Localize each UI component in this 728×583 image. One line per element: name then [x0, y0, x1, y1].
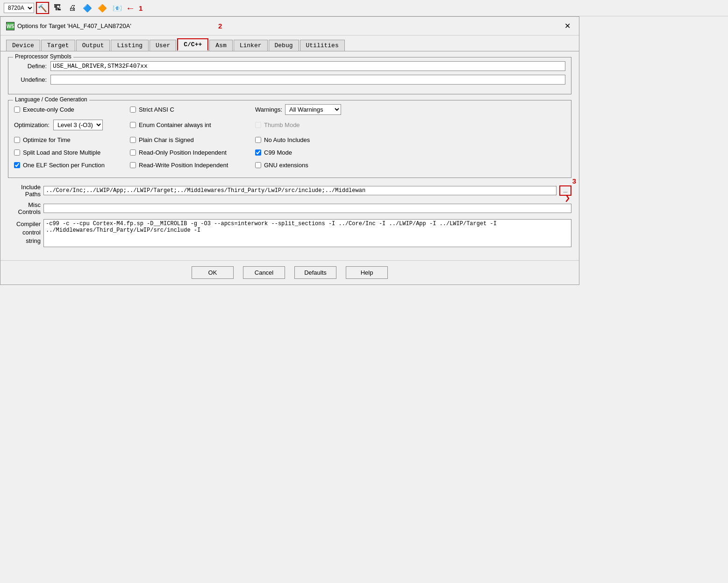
enum-container-row: Enum Container always int	[130, 120, 251, 130]
warnings-row: Warnings: All Warnings No Warnings	[255, 104, 341, 115]
misc-controls-input[interactable]	[43, 204, 571, 213]
dialog-buttons-row: OK Cancel Defaults Help	[0, 260, 579, 284]
execute-only-row: Execute-only Code	[14, 105, 126, 114]
undefine-input[interactable]	[50, 75, 565, 85]
tab-asm[interactable]: Asm	[209, 40, 232, 51]
c99-mode-checkbox[interactable]	[255, 149, 261, 156]
execute-only-label: Execute-only Code	[23, 106, 74, 113]
compiler-textarea[interactable]: -c99 -c --cpu Cortex-M4.fp.sp -D__MICROL…	[43, 219, 571, 247]
thumb-mode-label: Thumb Mode	[264, 121, 300, 128]
undefine-row: Undefine:	[14, 75, 565, 85]
toolbar: 8720A8720A 🔨 🏗 🖨 🔷 🔶 📧 ← 1	[0, 0, 728, 16]
dialog-title-area: W5 Options for Target 'HAL_F407_LAN8720A…	[6, 22, 222, 30]
c99-mode-label: C99 Mode	[264, 149, 292, 156]
arrow-annotation-1: ←	[126, 3, 135, 14]
include-paths-input[interactable]	[43, 186, 557, 195]
optimize-time-label: Optimize for Time	[23, 136, 71, 143]
read-only-label: Read-Only Position Independent	[139, 149, 227, 156]
optimization-row: Optimization: Level 3 (-O3) Level 0 (-O0…	[14, 120, 126, 130]
tab-linker[interactable]: Linker	[234, 40, 268, 51]
help-button[interactable]: Help	[346, 266, 388, 279]
strict-ansi-checkbox[interactable]	[130, 107, 136, 113]
defaults-button[interactable]: Defaults	[294, 266, 336, 279]
cancel-button[interactable]: Cancel	[243, 266, 285, 279]
build-button[interactable]: 🔨	[36, 2, 49, 14]
plain-char-row: Plain Char is Signed	[130, 135, 251, 145]
optimize-time-checkbox[interactable]	[14, 137, 20, 143]
annotation-num-1: 1	[139, 4, 143, 12]
dialog-title-text: Options for Target 'HAL_F407_LAN8720A'	[17, 22, 131, 29]
split-load-label: Split Load and Store Multiple	[23, 149, 100, 156]
one-elf-checkbox[interactable]	[14, 162, 20, 168]
include-paths-row: Include Paths ... 3	[8, 184, 571, 198]
dialog-title-icon: W5	[6, 22, 14, 30]
tab-user[interactable]: User	[150, 40, 176, 51]
warnings-select[interactable]: All Warnings No Warnings	[285, 104, 341, 115]
preprocessor-group: Preprocessor Symbols Define: Undefine:	[8, 57, 571, 94]
define-row: Define:	[14, 61, 565, 71]
dialog-titlebar: W5 Options for Target 'HAL_F407_LAN8720A…	[0, 17, 579, 36]
read-only-checkbox[interactable]	[130, 149, 136, 156]
ok-button[interactable]: OK	[192, 266, 234, 279]
gnu-extensions-checkbox[interactable]	[255, 162, 261, 168]
read-write-label: Read-Write Position Independent	[139, 162, 228, 169]
optimization-label: Optimization:	[14, 121, 50, 128]
options-dialog: W5 Options for Target 'HAL_F407_LAN8720A…	[0, 16, 579, 285]
plain-char-checkbox[interactable]	[130, 137, 136, 143]
enum-container-label: Enum Container always int	[139, 121, 211, 128]
split-load-checkbox[interactable]	[14, 149, 20, 156]
gnu-extensions-label: GNU extensions	[264, 162, 308, 169]
debug2-button[interactable]: 🔶	[96, 2, 109, 14]
annotation-num-3: 3	[572, 177, 576, 185]
no-auto-includes-checkbox[interactable]	[255, 137, 261, 143]
debug3-button[interactable]: 📧	[111, 2, 124, 14]
build-all-button[interactable]: 🏗	[51, 2, 64, 14]
annotation-num-2: 2	[218, 22, 222, 30]
split-load-row: Split Load and Store Multiple	[14, 148, 126, 157]
read-write-checkbox[interactable]	[130, 162, 136, 168]
tab-device[interactable]: Device	[6, 40, 40, 51]
print-button[interactable]: 🖨	[66, 2, 79, 14]
compiler-label: Compiler control string	[8, 219, 41, 246]
strict-ansi-label: Strict ANSI C	[139, 106, 174, 113]
read-write-row: Read-Write Position Independent	[130, 160, 251, 170]
tab-ccpp[interactable]: C/C++	[177, 38, 208, 51]
optimization-select[interactable]: Level 3 (-O3) Level 0 (-O0) Level 1 (-O1…	[53, 120, 103, 130]
c99-mode-row: C99 Mode	[255, 148, 292, 157]
one-elf-row: One ELF Section per Function	[14, 160, 126, 170]
annotation-arrow-3	[562, 195, 571, 202]
tab-listing[interactable]: Listing	[111, 40, 149, 51]
no-auto-includes-row: No Auto Includes	[255, 135, 310, 145]
target-select[interactable]: 8720A8720A	[4, 3, 34, 13]
undefine-label: Undefine:	[14, 76, 47, 83]
language-group: Language / Code Generation Execute-only …	[8, 100, 571, 178]
include-paths-browse-button[interactable]: ...	[559, 185, 571, 196]
include-paths-label: Include Paths	[8, 184, 41, 198]
language-legend: Language / Code Generation	[13, 96, 89, 103]
execute-only-checkbox[interactable]	[14, 107, 20, 113]
preprocessor-legend: Preprocessor Symbols	[13, 53, 73, 60]
read-only-row: Read-Only Position Independent	[130, 148, 251, 157]
misc-controls-label: Misc Controls	[8, 201, 41, 215]
define-label: Define:	[14, 63, 47, 70]
one-elf-label: One ELF Section per Function	[23, 162, 105, 169]
debug1-button[interactable]: 🔷	[81, 2, 94, 14]
tab-utilities[interactable]: Utilities	[300, 40, 345, 51]
tab-target[interactable]: Target	[41, 40, 75, 51]
tab-output[interactable]: Output	[76, 40, 110, 51]
warnings-label: Warnings:	[255, 106, 282, 113]
thumb-mode-checkbox	[255, 122, 261, 128]
enum-container-checkbox[interactable]	[130, 122, 136, 128]
thumb-mode-row: Thumb Mode	[255, 120, 300, 130]
misc-controls-row: Misc Controls	[8, 201, 571, 215]
dialog-body: Preprocessor Symbols Define: Undefine: L…	[0, 51, 579, 256]
strict-ansi-row: Strict ANSI C	[130, 105, 251, 114]
plain-char-label: Plain Char is Signed	[139, 136, 194, 143]
optimize-time-row: Optimize for Time	[14, 135, 126, 145]
dialog-close-button[interactable]: ✕	[562, 21, 573, 31]
compiler-row: Compiler control string -c99 -c --cpu Co…	[8, 219, 571, 247]
tab-debug[interactable]: Debug	[269, 40, 299, 51]
tabs-bar: Device Target Output Listing User C/C++ …	[0, 36, 579, 51]
gnu-ext-row: GNU extensions	[255, 160, 308, 170]
define-input[interactable]	[50, 61, 565, 71]
